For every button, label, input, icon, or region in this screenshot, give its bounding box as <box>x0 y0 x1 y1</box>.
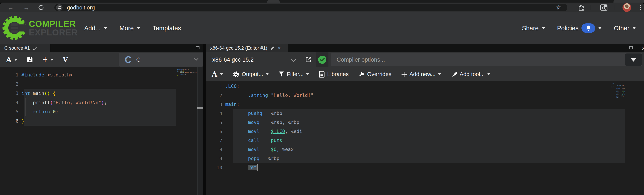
chevron-down-icon <box>50 59 53 61</box>
nav-share-menu[interactable]: Share <box>522 25 545 32</box>
code-line[interactable]: 2 .string "Hello, World!" <box>206 91 644 100</box>
chevron-down-icon <box>266 73 269 75</box>
code-line[interactable]: 10 ret <box>206 163 644 172</box>
minimap-line: popq %rbp <box>611 95 625 97</box>
url-text[interactable]: godbolt.org <box>67 4 95 11</box>
open-external-icon[interactable] <box>304 56 312 64</box>
options-dropdown-button[interactable] <box>625 53 642 66</box>
source-pane: C source #1 A + <box>0 44 203 195</box>
vim-mode-button[interactable]: V <box>63 56 68 64</box>
code-line[interactable]: 8 movl $0, %eax <box>206 145 644 154</box>
line-number: 5 <box>206 120 225 125</box>
line-number: 5 <box>0 109 22 114</box>
assembly-output-editor[interactable]: 1.LC0:2 .string "Hello, World!"3main:4 p… <box>206 81 644 195</box>
source-scrollbar[interactable] <box>197 67 203 195</box>
chevron-down-icon <box>14 59 17 61</box>
code-line[interactable]: 7 call puts <box>206 136 644 145</box>
search-tabs-icon[interactable] <box>600 4 608 11</box>
nav-policies-menu[interactable]: Policies <box>557 23 602 33</box>
edit-pencil-icon[interactable] <box>270 46 274 50</box>
minimap-slider[interactable] <box>197 107 203 109</box>
code-line[interactable]: 6} <box>0 116 203 126</box>
line-number: 6 <box>206 129 225 134</box>
code-line[interactable]: 3main: <box>206 100 644 109</box>
compiler-pane-tab[interactable]: x86-64 gcc 15.2 (Editor #1) × <box>206 44 288 52</box>
minimap-line: } <box>177 75 197 76</box>
tool-wrench-icon <box>451 71 457 77</box>
minimap-line: main: <box>611 86 625 88</box>
bookmark-star-icon[interactable]: ☆ <box>556 4 562 11</box>
font-size-menu[interactable]: A <box>6 56 17 64</box>
close-tab-icon[interactable]: × <box>278 45 281 51</box>
line-number: 4 <box>0 100 22 105</box>
forward-icon[interactable]: → <box>23 2 30 12</box>
libraries-button[interactable]: Libraries <box>319 71 349 78</box>
vim-icon: V <box>63 56 68 64</box>
nav-share-label: Share <box>522 25 538 32</box>
extensions-puzzle-icon[interactable] <box>578 4 585 11</box>
code-line[interactable]: 4 printf("Hello, World!\n"); <box>0 98 203 107</box>
address-bar[interactable]: godbolt.org ☆ <box>54 4 567 11</box>
code-line[interactable]: 3int main() { <box>0 89 203 98</box>
source-pane-tab[interactable]: C source #1 <box>0 44 50 52</box>
profile-avatar[interactable] <box>622 3 631 12</box>
font-size-menu[interactable]: A <box>212 70 223 78</box>
notification-badge[interactable] <box>582 23 595 33</box>
code-line[interactable]: 1.LC0: <box>206 82 644 91</box>
assembly-minimap[interactable]: .LC0: .string "Hello, World!"main: pushq… <box>611 83 625 98</box>
save-button[interactable] <box>27 56 33 63</box>
compiler-select[interactable]: x86-64 gcc 15.2 <box>212 52 254 67</box>
compiler-explorer-logo[interactable] <box>2 15 27 41</box>
code-line[interactable]: 5 movq %rsp, %rbp <box>206 118 644 127</box>
add-pane-menu[interactable]: + <box>42 55 54 64</box>
browser-menu-icon[interactable]: ⋮ <box>638 2 644 12</box>
code-line[interactable]: 2 <box>0 79 203 89</box>
triangle-down-icon <box>630 58 636 62</box>
line-number: 10 <box>206 165 225 170</box>
source-minimap[interactable]: #include <stdio.h>int main() { printf("H… <box>177 69 197 76</box>
maximize-pane-icon[interactable] <box>196 46 200 49</box>
compiler-selector-row: x86-64 gcc 15.2 Compiler options... <box>206 52 644 67</box>
code-line[interactable]: 4 pushq %rbp <box>206 109 644 118</box>
code-line[interactable]: 5 return 0; <box>0 107 203 116</box>
source-tab-title: C source #1 <box>4 45 30 51</box>
add-new-menu[interactable]: Add new... <box>401 71 441 78</box>
edit-pencil-icon[interactable] <box>33 46 37 50</box>
line-number: 8 <box>206 147 225 152</box>
language-select[interactable]: C C <box>119 53 203 67</box>
overrides-button[interactable]: Overrides <box>358 71 392 78</box>
libraries-label: Libraries <box>327 71 349 78</box>
line-number: 3 <box>0 91 22 96</box>
plus-icon <box>401 71 407 77</box>
nav-more-menu[interactable]: More <box>120 25 140 32</box>
chevron-down-icon[interactable] <box>291 57 296 62</box>
active-tab[interactable] <box>267 0 280 2</box>
nav-templates-label: Templates <box>152 25 181 32</box>
libraries-book-icon <box>319 71 324 78</box>
font-icon: A <box>6 56 12 64</box>
code-line[interactable]: 1#include <stdio.h> <box>0 70 203 79</box>
text-cursor <box>257 164 258 171</box>
nav-templates[interactable]: Templates <box>152 25 181 32</box>
filter-menu[interactable]: Filter... <box>278 71 309 78</box>
site-settings-icon[interactable] <box>56 4 62 11</box>
nav-other-menu[interactable]: Other <box>614 25 636 32</box>
filter-label: Filter... <box>287 71 304 78</box>
chevron-down-icon <box>306 73 309 75</box>
minimap-line: call puts <box>611 92 625 94</box>
code-line[interactable]: 6 movl $.LC0, %edi <box>206 127 644 136</box>
maximize-pane-icon[interactable] <box>629 46 633 49</box>
minimap-line: pushq %rbp <box>611 88 625 89</box>
back-icon[interactable]: ← <box>7 2 14 12</box>
compiler-options-input[interactable]: Compiler options... <box>331 53 642 66</box>
font-icon: A <box>212 70 217 78</box>
nav-add-menu[interactable]: Add... <box>84 25 107 32</box>
output-menu[interactable]: Output... <box>233 71 269 78</box>
reload-icon[interactable] <box>38 4 44 11</box>
bell-icon <box>586 25 591 31</box>
source-code-editor[interactable]: 1#include <stdio.h>23int main() {4 print… <box>0 67 203 195</box>
close-pane-icon[interactable]: × <box>642 45 644 51</box>
code-line[interactable]: 9 popq %rbp <box>206 154 644 163</box>
add-tool-menu[interactable]: Add tool... <box>451 71 490 78</box>
header-right-nav: Share Policies Other <box>522 12 636 44</box>
